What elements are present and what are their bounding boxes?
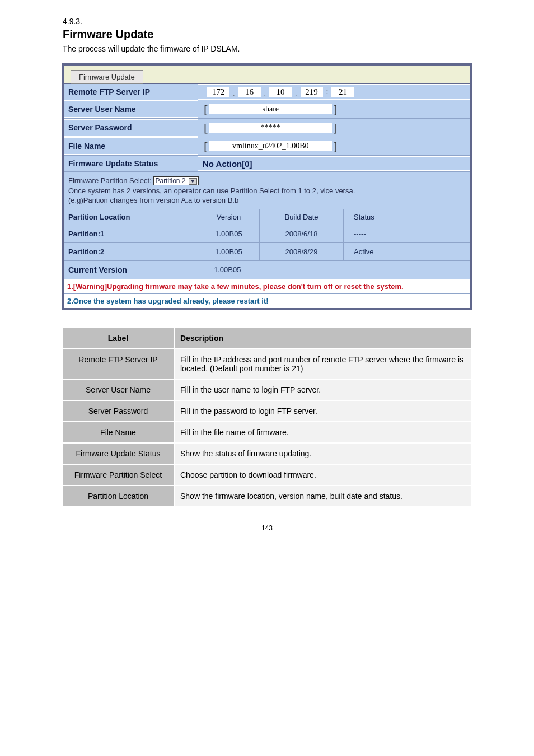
col-version: Version	[198, 209, 260, 225]
col-build-date: Build Date	[260, 209, 344, 225]
bracket-right: ]	[332, 102, 338, 116]
ftp-ip-octet3[interactable]	[269, 87, 292, 97]
password-input[interactable]	[209, 123, 332, 133]
table-cell: 1.00B05	[198, 225, 260, 243]
table-cell: -----	[344, 225, 470, 243]
desc-row-value: Fill in the IP address and port number o…	[174, 349, 472, 379]
separator-dot: .	[229, 90, 238, 99]
table-cell: 1.00B05	[198, 243, 260, 261]
partition-select-label: Firmware Partition Select:	[68, 176, 152, 185]
table-cell: Active	[344, 243, 470, 261]
desc-row-value: Show the status of firmware updating.	[174, 443, 472, 464]
partition-select-value: Partition 2	[155, 177, 185, 185]
separator-colon: :	[323, 87, 332, 96]
tab-bar: Firmware Update	[64, 66, 470, 84]
bracket-right: ]	[332, 120, 338, 135]
table-cell: 2008/6/18	[260, 225, 344, 243]
ftp-port[interactable]	[331, 87, 354, 97]
warning-line-1: 1.[Warning]Upgrading firmware may take a…	[64, 279, 470, 294]
desc-row-value: Fill in the file name of firmware.	[174, 422, 472, 443]
desc-row-label: Firmware Partition Select	[62, 464, 174, 486]
warning-line-2: 2.Once the system has upgraded already, …	[64, 294, 470, 308]
intro-paragraph: The process will update the firmware of …	[63, 44, 472, 53]
bracket-right: ]	[332, 139, 338, 153]
user-name-input[interactable]	[209, 104, 332, 114]
partition-help-line1: Once system has 2 versions, an operator …	[68, 186, 466, 195]
ftp-ip-octet4[interactable]	[301, 87, 323, 97]
desc-row-label: Remote FTP Server IP	[62, 349, 174, 379]
firmware-update-screenshot: Firmware Update Remote FTP Server IP . .…	[62, 63, 472, 310]
firmware-status-value: No Action[0]	[203, 159, 252, 169]
desc-row-value: Fill in the password to login FTP server…	[174, 400, 472, 422]
firmware-update-tab[interactable]: Firmware Update	[71, 70, 143, 84]
separator-dot: .	[292, 90, 301, 99]
ftp-ip-octet1[interactable]	[207, 87, 229, 97]
section-number: 4.9.3.	[63, 17, 472, 26]
table-cell: 2008/8/29	[260, 243, 344, 261]
desc-header-description: Description	[174, 328, 472, 349]
chevron-down-icon: ▼	[189, 178, 197, 185]
file-name-input[interactable]	[209, 141, 332, 151]
table-row-label: Partition:1	[64, 225, 198, 243]
current-version-value: 1.00B05	[198, 261, 470, 279]
desc-header-label: Label	[62, 328, 174, 349]
separator-dot: .	[261, 90, 270, 99]
page-footer-number: 143	[62, 524, 472, 532]
description-table: Label Description Remote FTP Server IP F…	[62, 327, 472, 507]
firmware-status-label: Firmware Update Status	[64, 156, 198, 171]
col-status: Status	[344, 209, 470, 225]
partition-select-dropdown[interactable]: Partition 2 ▼	[153, 176, 198, 185]
table-row-label: Partition:2	[64, 243, 198, 261]
desc-row-label: File Name	[62, 422, 174, 443]
desc-row-label: Server Password	[62, 400, 174, 422]
page-title: Firmware Update	[63, 28, 472, 41]
desc-row-label: Server User Name	[62, 379, 174, 400]
col-partition-location: Partition Location	[64, 209, 198, 225]
ftp-ip-octet2[interactable]	[238, 87, 261, 97]
bracket-left: [	[203, 139, 209, 153]
file-name-label: File Name	[64, 138, 198, 154]
current-version-label: Current Version	[64, 261, 198, 279]
desc-row-label: Partition Location	[62, 486, 174, 507]
partition-help-line2: (e.g)Parition changes from version A.a t…	[68, 196, 466, 204]
ftp-ip-label: Remote FTP Server IP	[64, 84, 198, 100]
desc-row-value: Fill in the user name to login FTP serve…	[174, 379, 472, 400]
bracket-left: [	[203, 102, 209, 116]
desc-row-label: Firmware Update Status	[62, 443, 174, 464]
user-name-label: Server User Name	[64, 101, 198, 117]
desc-row-value: Show the firmware location, version name…	[174, 486, 472, 507]
password-label: Server Password	[64, 120, 198, 136]
bracket-left: [	[203, 120, 209, 135]
desc-row-value: Choose partition to download firmware.	[174, 464, 472, 486]
